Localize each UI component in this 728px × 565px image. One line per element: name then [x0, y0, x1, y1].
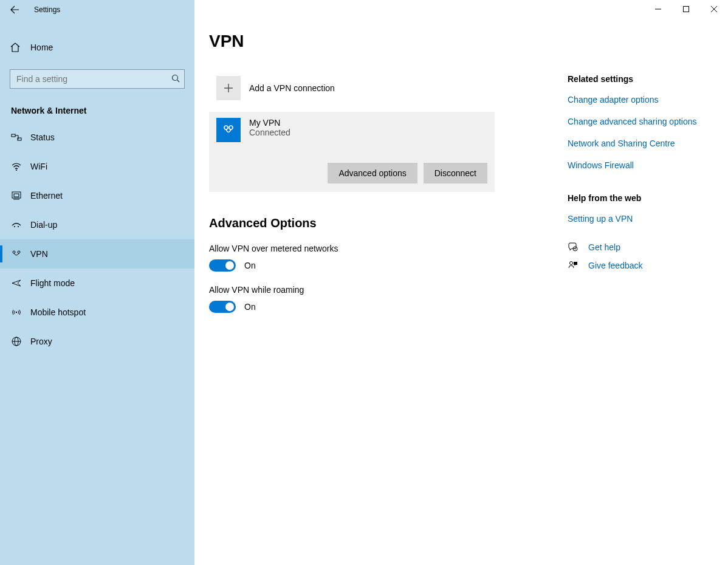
- link-windows-firewall[interactable]: Windows Firewall: [568, 160, 726, 170]
- maximize-icon: [682, 5, 690, 13]
- vpn-connection-status: Connected: [249, 128, 290, 137]
- plus-icon: [216, 76, 241, 100]
- status-icon: [11, 132, 22, 143]
- svg-point-11: [18, 251, 20, 253]
- minimize-button[interactable]: [644, 0, 672, 18]
- sidebar-item-label: Mobile hotspot: [30, 307, 86, 317]
- link-adapter-options[interactable]: Change adapter options: [568, 95, 726, 104]
- svg-rect-6: [14, 194, 19, 197]
- svg-text:?: ?: [574, 247, 576, 251]
- dialup-icon: [11, 219, 22, 230]
- sidebar-item-label: Ethernet: [30, 191, 63, 200]
- svg-point-23: [229, 126, 233, 129]
- feedback-icon: [568, 260, 580, 271]
- toggle-label-metered: Allow VPN over metered networks: [209, 244, 495, 253]
- sidebar: Settings Home Network & Internet Status …: [0, 0, 194, 565]
- sidebar-item-label: WiFi: [30, 162, 47, 171]
- advanced-options-heading: Advanced Options: [209, 216, 495, 230]
- window-title: Settings: [29, 5, 60, 14]
- back-button[interactable]: [0, 0, 29, 19]
- svg-rect-2: [12, 134, 15, 137]
- home-label: Home: [30, 43, 53, 52]
- related-settings-heading: Related settings: [568, 74, 726, 84]
- svg-point-26: [570, 262, 573, 265]
- svg-point-4: [16, 170, 17, 171]
- main-content: VPN Add a VPN connection My VPN: [194, 0, 728, 565]
- sidebar-item-proxy[interactable]: Proxy: [0, 327, 194, 356]
- proxy-icon: [11, 336, 22, 347]
- sidebar-item-wifi[interactable]: WiFi: [0, 152, 194, 181]
- close-icon: [710, 5, 718, 13]
- minimize-icon: [654, 5, 662, 13]
- sidebar-item-label: VPN: [30, 249, 48, 259]
- svg-rect-27: [574, 262, 577, 265]
- sidebar-item-mobile-hotspot[interactable]: Mobile hotspot: [0, 298, 194, 327]
- toggle-state-roaming: On: [244, 302, 256, 312]
- advanced-options-button[interactable]: Advanced options: [328, 163, 417, 183]
- get-help-button[interactable]: ? Get help: [568, 242, 726, 253]
- sidebar-item-label: Proxy: [30, 337, 52, 346]
- home-icon: [10, 42, 21, 53]
- wifi-icon: [11, 161, 22, 172]
- vpn-icon: [11, 248, 22, 259]
- get-help-icon: ?: [568, 242, 580, 253]
- search-input[interactable]: [10, 69, 185, 89]
- svg-point-12: [16, 312, 17, 313]
- sidebar-item-home[interactable]: Home: [0, 33, 194, 62]
- vpn-connection-name: My VPN: [249, 118, 290, 128]
- hotspot-icon: [11, 307, 22, 318]
- back-arrow-icon: [10, 5, 19, 15]
- get-help-label: Get help: [588, 242, 620, 252]
- toggle-state-metered: On: [244, 261, 256, 270]
- sidebar-item-dialup[interactable]: Dial-up: [0, 210, 194, 239]
- toggle-roaming[interactable]: [209, 301, 236, 313]
- link-network-sharing-centre[interactable]: Network and Sharing Centre: [568, 139, 726, 148]
- toggle-metered[interactable]: [209, 259, 236, 272]
- sidebar-item-flight-mode[interactable]: Flight mode: [0, 269, 194, 298]
- sidebar-item-status[interactable]: Status: [0, 123, 194, 152]
- feedback-label: Give feedback: [588, 261, 643, 270]
- add-vpn-label: Add a VPN connection: [249, 83, 335, 93]
- flight-mode-icon: [11, 278, 22, 289]
- page-title: VPN: [209, 32, 728, 51]
- link-advanced-sharing[interactable]: Change advanced sharing options: [568, 117, 726, 126]
- window-controls: [644, 0, 728, 18]
- vpn-connection-card[interactable]: My VPN Connected Advanced options Discon…: [209, 112, 495, 192]
- disconnect-button[interactable]: Disconnect: [424, 163, 487, 183]
- sidebar-item-label: Status: [30, 132, 55, 142]
- add-vpn-button[interactable]: Add a VPN connection: [209, 70, 495, 106]
- svg-point-10: [13, 251, 15, 253]
- help-from-web-heading: Help from the web: [568, 193, 726, 203]
- sidebar-item-vpn[interactable]: VPN: [0, 239, 194, 269]
- close-button[interactable]: [700, 0, 728, 18]
- vpn-connection-icon: [216, 118, 241, 142]
- svg-point-9: [18, 226, 19, 227]
- toggle-label-roaming: Allow VPN while roaming: [209, 285, 495, 295]
- give-feedback-button[interactable]: Give feedback: [568, 260, 726, 271]
- svg-point-8: [14, 226, 15, 227]
- sidebar-item-ethernet[interactable]: Ethernet: [0, 181, 194, 210]
- sidebar-item-label: Dial-up: [30, 220, 57, 230]
- maximize-button[interactable]: [672, 0, 700, 18]
- sidebar-item-label: Flight mode: [30, 278, 75, 288]
- svg-rect-17: [684, 7, 689, 12]
- link-setting-up-vpn[interactable]: Setting up a VPN: [568, 214, 726, 224]
- search-container: [10, 69, 185, 89]
- ethernet-icon: [11, 190, 22, 201]
- svg-point-22: [224, 126, 228, 129]
- sidebar-section-title: Network & Internet: [11, 106, 194, 115]
